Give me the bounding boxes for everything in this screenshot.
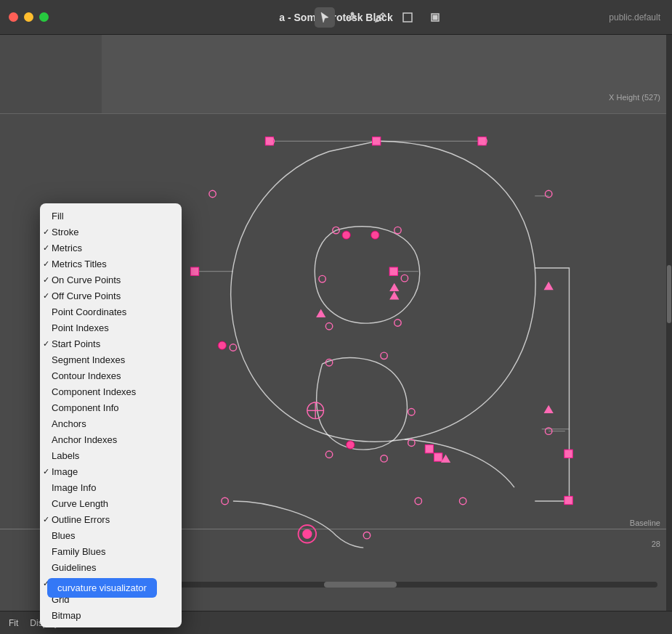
svg-point-51 [347,441,355,449]
checkmark-icon: ✓ [43,275,49,285]
checkmark-icon: ✓ [43,291,49,301]
horizontal-scrollbar-thumb[interactable] [324,582,397,588]
menu-item-point-coordinates[interactable]: Point Coordinates [40,304,182,320]
menu-item-on-curve-points[interactable]: ✓On Curve Points [40,272,182,288]
menu-item-label: Component Info [52,402,119,413]
menu-item-label: Blues [52,530,76,541]
svg-point-24 [230,344,236,351]
menu-item-label: Bitmap [52,610,81,621]
pencil-tool[interactable] [370,7,390,28]
svg-rect-3 [433,15,437,20]
svg-point-29 [401,275,408,281]
menu-item-outline-errors[interactable]: ✓Outline Errors [40,511,182,527]
menu-item-label: Anchor Indexes [52,434,117,445]
svg-point-57 [302,529,312,539]
svg-point-34 [381,352,387,359]
menu-item-fill[interactable]: Fill [40,208,182,224]
svg-point-50 [371,231,379,239]
svg-marker-47 [389,291,399,299]
pointer-tool[interactable] [315,7,335,28]
svg-rect-14 [564,450,572,458]
menu-item-metrics-titles[interactable]: ✓Metrics Titles [40,256,182,272]
menu-item-bitmap[interactable]: Bitmap [40,607,182,623]
svg-point-25 [222,497,228,504]
checkmark-icon: ✓ [43,243,49,253]
menu-item-segment-indexes[interactable]: Segment Indexes [40,351,182,367]
svg-point-33 [325,359,332,366]
menu-item-component-info[interactable]: Component Info [40,399,182,415]
menu-item-contour-indexes[interactable]: Contour Indexes [40,367,182,383]
menu-item-label: Image [52,466,78,477]
svg-marker-48 [389,283,399,291]
fit-button[interactable]: Fit [9,618,18,628]
menu-item-label: Start Points [52,338,100,349]
svg-marker-46 [544,405,554,413]
svg-rect-17 [389,267,397,275]
menu-item-anchors[interactable]: Anchors [40,415,182,431]
scrollbar-thumb[interactable] [667,265,671,323]
menu-item-off-curve-points[interactable]: ✓Off Curve Points [40,288,182,304]
menu-item-anchor-indexes[interactable]: Anchor Indexes [40,431,182,447]
menu-item-labels[interactable]: Labels [40,447,182,463]
menu-item-label: Metrics Titles [52,259,107,269]
layers-tool[interactable] [425,7,445,28]
menu-item-label: Stroke [52,227,79,237]
svg-point-52 [218,341,226,349]
svg-point-39 [415,497,421,504]
menu-item-label: Family Blues [52,546,105,557]
svg-point-30 [394,320,401,326]
svg-point-37 [381,455,387,462]
menu-item-label: Segment Indexes [52,354,125,365]
menu-item-image[interactable]: ✓Image [40,463,182,479]
menu-item-guidelines[interactable]: Guidelines [40,559,182,575]
menu-item-label: Component Indexes [52,386,136,397]
vertical-scrollbar[interactable] [666,35,672,611]
menu-item-label: Curve Length [52,498,108,509]
svg-rect-19 [434,453,442,461]
rectangle-tool[interactable] [397,7,418,28]
menu-item-label: Anchors [52,418,86,429]
menu-item-label: Point Indexes [52,322,109,333]
menu-item-start-points[interactable]: ✓Start Points [40,336,182,351]
svg-point-26 [363,532,370,538]
minimize-button[interactable] [24,12,33,22]
menu-item-label: Metrics [52,243,82,253]
menu-item-blues[interactable]: Blues [40,527,182,543]
svg-marker-43 [316,309,325,317]
traffic-lights [9,12,49,22]
menu-item-stroke[interactable]: ✓Stroke [40,224,182,240]
svg-point-35 [408,409,415,415]
menu-item-component-indexes[interactable]: Component Indexes [40,383,182,399]
curvature-visualizator-button[interactable]: curvature visualizator [47,578,157,598]
menu-item-label: Contour Indexes [52,370,121,381]
svg-point-31 [325,323,332,330]
menu-item-image-info[interactable]: Image Info [40,479,182,495]
svg-point-32 [319,275,325,282]
svg-point-0 [351,12,354,15]
svg-point-23 [545,190,551,197]
menu-item-metrics[interactable]: ✓Metrics [40,240,182,256]
menu-item-curve-length[interactable]: Curve Length [40,495,182,511]
menu-item-label: Labels [52,450,79,461]
pen-tool[interactable] [342,7,363,28]
checkmark-icon: ✓ [43,515,49,524]
close-button[interactable] [9,12,18,22]
menu-item-label: Image Info [52,482,96,493]
titlebar: a - Some Grotesk Black [0,0,672,35]
menu-item-label: On Curve Points [52,275,121,285]
svg-rect-18 [425,445,433,453]
svg-rect-12 [373,137,381,145]
menu-item-label: Off Curve Points [52,290,121,301]
menu-item-point-indexes[interactable]: Point Indexes [40,320,182,336]
svg-point-38 [325,451,332,458]
horizontal-scrollbar[interactable] [102,582,657,588]
svg-rect-15 [564,496,572,504]
svg-point-40 [459,497,466,504]
menu-item-family-blues[interactable]: Family Blues [40,543,182,559]
svg-rect-1 [403,13,412,22]
svg-point-28 [394,227,401,233]
svg-marker-45 [544,282,554,290]
svg-rect-16 [190,267,198,275]
maximize-button[interactable] [39,12,49,22]
svg-point-22 [209,190,216,197]
